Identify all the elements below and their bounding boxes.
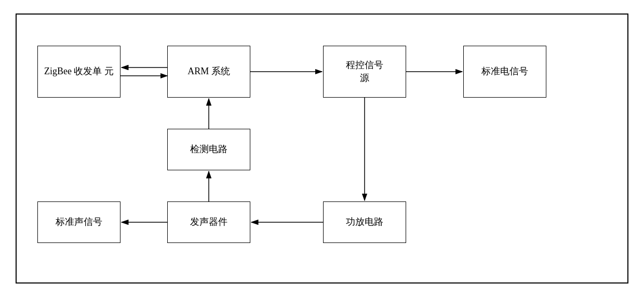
block-biaozhunsheng-label: 标准声信号 [56,215,102,228]
block-biaozhundian-label: 标准电信号 [481,65,528,78]
block-gongfang: 功放电路 [323,201,406,243]
diagram-container: ZigBee 收发单 元 ARM 系统 程控信号源 标准电信号 检测电路 功放电… [16,14,628,284]
block-biaozhundian: 标准电信号 [463,46,546,98]
block-jiance: 检测电路 [167,129,250,170]
block-zigbee: ZigBee 收发单 元 [37,46,120,98]
block-chengkong: 程控信号源 [323,46,406,98]
block-zigbee-label: ZigBee 收发单 元 [44,65,114,78]
block-arm: ARM 系统 [167,46,250,98]
block-biaozhunsheng: 标准声信号 [37,201,120,243]
block-fasheng-label: 发声器件 [190,215,227,228]
block-gongfang-label: 功放电路 [346,215,383,228]
block-arm-label: ARM 系统 [187,65,230,78]
block-chengkong-label: 程控信号源 [346,59,383,85]
block-fasheng: 发声器件 [167,201,250,243]
block-jiance-label: 检测电路 [190,143,227,156]
